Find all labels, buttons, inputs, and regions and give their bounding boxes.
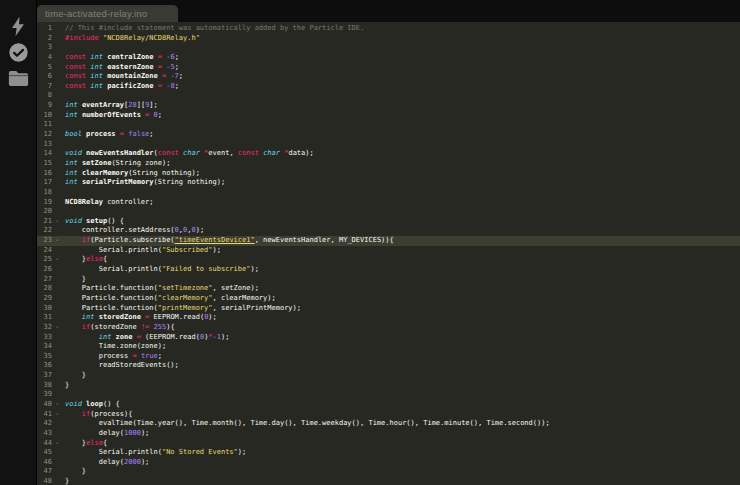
line-number[interactable]: 35	[37, 352, 52, 362]
line-number[interactable]: 39	[37, 390, 52, 400]
code-line[interactable]: 20	[37, 207, 740, 217]
code-line[interactable]: 1// This #include statement was automati…	[37, 24, 740, 34]
line-number[interactable]: 23	[37, 236, 52, 246]
code-line[interactable]: 39	[37, 390, 740, 400]
fold-caret-icon[interactable]: -	[52, 400, 65, 410]
line-number[interactable]: 3	[37, 43, 52, 53]
line-number[interactable]: 33	[37, 333, 52, 343]
code-line[interactable]: 19NCD8Relay controller;	[37, 198, 740, 208]
code-line[interactable]: 33 int zone = (EEPROM.read(0)*-1);	[37, 333, 740, 343]
compile-button[interactable]	[5, 40, 31, 64]
code-line[interactable]: 21-void setup() {	[37, 217, 740, 227]
code-line[interactable]: 29 Particle.function("clearMemory", clea…	[37, 294, 740, 304]
code-line[interactable]: 38}	[37, 381, 740, 391]
code-line[interactable]: 40-void loop() {	[37, 400, 740, 410]
fold-caret-icon[interactable]: -	[52, 217, 65, 227]
code-line[interactable]: 10int numberOfEvents = 0;	[37, 111, 740, 121]
line-number[interactable]: 38	[37, 381, 52, 391]
code-line[interactable]: 22 controller.setAddress(0,0,0);	[37, 226, 740, 236]
line-number[interactable]: 17	[37, 178, 52, 188]
fold-caret-icon[interactable]: -	[52, 255, 65, 265]
code-line[interactable]: 44- }else{	[37, 439, 740, 449]
code-line[interactable]: 15int setZone(String zone);	[37, 159, 740, 169]
code-line[interactable]: 8	[37, 91, 740, 101]
line-number[interactable]: 10	[37, 111, 52, 121]
code-editor[interactable]: 1// This #include statement was automati…	[37, 22, 740, 485]
line-number[interactable]: 40	[37, 400, 52, 410]
line-number[interactable]: 32	[37, 323, 52, 333]
line-number[interactable]: 42	[37, 419, 52, 429]
code-line[interactable]: 41- if(process){	[37, 410, 740, 420]
code-line[interactable]: 45 Serial.println("No Stored Events");	[37, 448, 740, 458]
code-line[interactable]: 11	[37, 120, 740, 130]
line-number[interactable]: 19	[37, 198, 52, 208]
code-line[interactable]: 48}	[37, 477, 740, 485]
line-number[interactable]: 31	[37, 313, 52, 323]
code-line[interactable]: 14void newEventsHandler(const char *even…	[37, 149, 740, 159]
line-number[interactable]: 46	[37, 458, 52, 468]
line-number[interactable]: 6	[37, 72, 52, 82]
code-line[interactable]: 31 int storedZone = EEPROM.read(0);	[37, 313, 740, 323]
line-number[interactable]: 22	[37, 226, 52, 236]
line-number[interactable]: 12	[37, 130, 52, 140]
line-number[interactable]: 29	[37, 294, 52, 304]
code-line[interactable]: 32- if(storedZone != 255){	[37, 323, 740, 333]
line-number[interactable]: 27	[37, 275, 52, 285]
code-line[interactable]: 35 process = true;	[37, 352, 740, 362]
files-button[interactable]	[5, 66, 31, 90]
line-number[interactable]: 8	[37, 91, 52, 101]
line-number[interactable]: 25	[37, 255, 52, 265]
code-line[interactable]: 12bool process = false;	[37, 130, 740, 140]
line-number[interactable]: 45	[37, 448, 52, 458]
fold-caret-icon[interactable]: -	[52, 410, 65, 420]
line-number[interactable]: 47	[37, 467, 52, 477]
line-number[interactable]: 20	[37, 207, 52, 217]
line-number[interactable]: 16	[37, 169, 52, 179]
line-number[interactable]: 18	[37, 188, 52, 198]
code-line[interactable]: 18	[37, 188, 740, 198]
line-number[interactable]: 9	[37, 101, 52, 111]
line-number[interactable]: 14	[37, 149, 52, 159]
code-line[interactable]: 2#include "NCD8Relay/NCD8Relay.h"	[37, 34, 740, 44]
code-line[interactable]: 28 Particle.function("setTimezone", setZ…	[37, 284, 740, 294]
code-line[interactable]: 23- if(Particle.subscribe("timeEventsDev…	[37, 236, 740, 246]
code-line[interactable]: 17int serialPrintMemory(String nothing);	[37, 178, 740, 188]
line-number[interactable]: 30	[37, 304, 52, 314]
line-number[interactable]: 4	[37, 53, 52, 63]
line-number[interactable]: 26	[37, 265, 52, 275]
line-number[interactable]: 2	[37, 34, 52, 44]
code-line[interactable]: 30 Particle.function("printMemory", seri…	[37, 304, 740, 314]
line-number[interactable]: 41	[37, 410, 52, 420]
code-line[interactable]: 46 delay(2000);	[37, 458, 740, 468]
code-line[interactable]: 9int eventArray[28][9];	[37, 101, 740, 111]
code-line[interactable]: 26 Serial.println("Failed to subscribe")…	[37, 265, 740, 275]
line-number[interactable]: 36	[37, 361, 52, 371]
code-line[interactable]: 5const int easternZone = -5;	[37, 63, 740, 73]
line-number[interactable]: 34	[37, 342, 52, 352]
code-line[interactable]: 7const int pacificZone = -8;	[37, 82, 740, 92]
code-line[interactable]: 4const int centralZone = -6;	[37, 53, 740, 63]
line-number[interactable]: 5	[37, 63, 52, 73]
line-number[interactable]: 28	[37, 284, 52, 294]
code-line[interactable]: 16int clearMemory(String nothing);	[37, 169, 740, 179]
line-number[interactable]: 13	[37, 140, 52, 150]
line-number[interactable]: 48	[37, 477, 52, 485]
fold-caret-icon[interactable]: -	[52, 439, 65, 449]
code-line[interactable]: 3	[37, 43, 740, 53]
code-line[interactable]: 6const int mountainZone = -7;	[37, 72, 740, 82]
code-line[interactable]: 34 Time.zone(zone);	[37, 342, 740, 352]
line-number[interactable]: 7	[37, 82, 52, 92]
code-line[interactable]: 25- }else{	[37, 255, 740, 265]
tab-time-activated-relay[interactable]: time-activated-relay.ino	[37, 5, 178, 22]
fold-caret-icon[interactable]: -	[52, 323, 65, 333]
line-number[interactable]: 43	[37, 429, 52, 439]
line-number[interactable]: 1	[37, 24, 52, 34]
fold-caret-icon[interactable]: -	[52, 236, 65, 246]
code-line[interactable]: 43 delay(1000);	[37, 429, 740, 439]
code-line[interactable]: 24 Serial.println("Subscribed");	[37, 246, 740, 256]
code-line[interactable]: 13	[37, 140, 740, 150]
line-number[interactable]: 24	[37, 246, 52, 256]
code-line[interactable]: 47 }	[37, 467, 740, 477]
code-line[interactable]: 37 }	[37, 371, 740, 381]
line-number[interactable]: 11	[37, 120, 52, 130]
